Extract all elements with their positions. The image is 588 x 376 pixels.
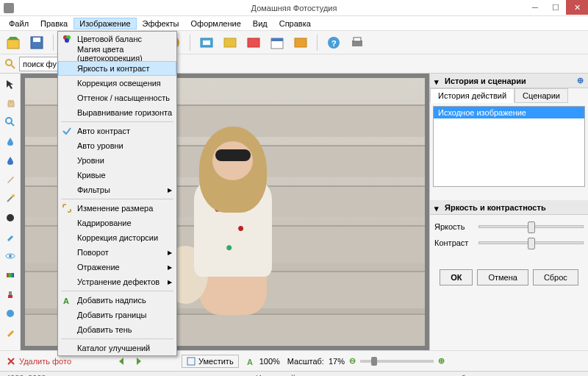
menu-item[interactable]: Отражение▶ (58, 260, 176, 274)
pencil-tool[interactable] (3, 325, 18, 340)
scale-label: Масштаб: (287, 357, 324, 366)
zoom-in-button[interactable]: ⊕ (438, 356, 445, 366)
zoom-100-label[interactable]: 100% (259, 357, 280, 366)
history-item[interactable]: Исходное изображение (434, 107, 584, 118)
zoom-tool[interactable] (3, 115, 18, 130)
яркость-slider[interactable] (478, 225, 584, 228)
pin-icon[interactable]: ⊕ (577, 76, 584, 85)
stamp-tool[interactable] (3, 287, 18, 302)
maximize-button[interactable]: ☐ (545, 0, 566, 15)
image-dimensions: 4000x2668 (6, 374, 256, 377)
image-menu-dropdown: Цветовой балансМагия цвета (цветокоррекц… (57, 31, 177, 356)
check-icon (61, 125, 73, 137)
submenu-arrow-icon: ▶ (168, 264, 172, 271)
eye-tool[interactable] (3, 249, 18, 263)
status-bar: 4000x2668 Используйте колесо прокрутки д… (0, 371, 588, 376)
help-icon[interactable]: ? (325, 34, 343, 52)
droplet-tool[interactable] (3, 134, 18, 149)
gradient-tool[interactable] (3, 268, 18, 283)
search-icon[interactable] (4, 58, 16, 70)
blur-tool[interactable] (3, 153, 18, 168)
darken-tool[interactable] (3, 210, 18, 225)
history-list[interactable]: Исходное изображение (433, 106, 585, 187)
wand-tool[interactable] (3, 191, 18, 206)
svg-rect-13 (248, 38, 259, 47)
svg-rect-31 (8, 295, 12, 298)
menu-item[interactable]: Добавить границы (58, 308, 176, 322)
svg-text:A: A (63, 297, 69, 305)
collapse-icon[interactable]: ▾ (434, 77, 442, 85)
history-panel-header[interactable]: ▾ История и сценарии ⊕ (430, 74, 588, 88)
svg-rect-20 (354, 38, 361, 41)
menu-item[interactable]: Оттенок / насыщенность (58, 91, 176, 105)
menu-item[interactable]: Кривые (58, 168, 176, 182)
next-photo-button[interactable] (132, 355, 145, 368)
slider-label: Яркость (434, 222, 478, 231)
left-toolbar (0, 74, 21, 350)
svg-rect-12 (224, 38, 236, 47)
menu-item[interactable]: Кадрирование (58, 216, 176, 230)
menu-item[interactable]: AДобавить надпись (58, 293, 176, 308)
menu-item[interactable]: Магия цвета (цветокоррекция) (58, 46, 176, 61)
menu-item[interactable]: Коррекция освещения (58, 76, 176, 91)
titlebar: Домашняя Фотостудия ─ ☐ ✕ (0, 0, 588, 16)
отмена-button[interactable]: Отмена (477, 269, 528, 285)
pointer-tool[interactable] (3, 77, 18, 91)
сброс-button[interactable]: Сброс (533, 269, 578, 285)
tab-1[interactable]: Сценарии (514, 88, 568, 103)
delete-photo-button[interactable]: Удалить фото (6, 356, 71, 366)
mask-icon[interactable] (245, 34, 262, 52)
menu-item[interactable]: Фильтры▶ (58, 182, 176, 197)
zoom-slider[interactable] (360, 360, 434, 363)
menu-item[interactable]: Поворот▶ (58, 245, 176, 260)
collapse-icon[interactable]: ▾ (434, 204, 442, 211)
menu-item[interactable]: Авто уровни (58, 138, 176, 153)
svg-rect-2 (33, 38, 40, 42)
save-icon[interactable] (28, 34, 46, 52)
text-icon: A (61, 294, 73, 306)
brightness-panel-header[interactable]: ▾ Яркость и контрастность (430, 200, 588, 215)
menu-item[interactable]: Коррекция дисторсии (58, 230, 176, 245)
submenu-arrow-icon: ▶ (168, 279, 172, 285)
fit-button[interactable]: Уместить (182, 355, 239, 368)
menu-item[interactable]: Каталог улучшений (58, 341, 176, 355)
tab-0[interactable]: История действий (430, 88, 514, 103)
minimize-button[interactable]: ─ (525, 0, 545, 15)
paint-tool[interactable] (3, 306, 18, 321)
collage-icon[interactable] (292, 34, 309, 52)
menu-item[interactable]: Авто контраст (58, 124, 176, 138)
menu-файл[interactable]: Файл (3, 18, 35, 29)
brush-tool[interactable] (3, 172, 18, 187)
frame2-icon[interactable] (221, 34, 239, 52)
svg-rect-38 (187, 358, 195, 365)
ок-button[interactable]: ОК (440, 269, 473, 285)
menu-эффекты[interactable]: Эффекты (137, 18, 185, 29)
close-button[interactable]: ✕ (566, 0, 588, 15)
frame-icon[interactable] (198, 34, 215, 52)
calendar-icon[interactable] (268, 34, 286, 52)
right-panel: ▾ История и сценарии ⊕ История действийС… (429, 74, 588, 350)
menu-правка[interactable]: Правка (35, 18, 74, 29)
menu-item[interactable]: Добавить тень (58, 322, 176, 337)
menu-item[interactable]: Цветовой баланс (58, 32, 176, 46)
app-icon (4, 3, 14, 13)
panel-title: История и сценарии (445, 77, 526, 85)
menu-вид[interactable]: Вид (247, 18, 273, 29)
prev-photo-button[interactable] (115, 355, 129, 368)
menu-item[interactable]: Устранение дефектов▶ (58, 274, 176, 289)
menu-справка[interactable]: Справка (273, 18, 317, 29)
menu-item[interactable]: Уровни (58, 153, 176, 168)
pen-tool[interactable] (3, 230, 18, 244)
контраст-slider[interactable] (478, 241, 584, 244)
open-file-icon[interactable] (4, 34, 22, 52)
menu-item[interactable]: Яркость и контраст (58, 61, 176, 76)
menu-оформление[interactable]: Оформление (185, 18, 247, 29)
hand-tool[interactable] (3, 96, 18, 110)
print-icon[interactable] (348, 34, 366, 52)
menu-item[interactable]: Выравнивание горизонта (58, 105, 176, 120)
fit-icon (187, 357, 196, 366)
svg-point-23 (6, 118, 12, 124)
menu-изображение[interactable]: Изображение (74, 18, 136, 29)
menu-item[interactable]: Изменение размера (58, 201, 176, 216)
zoom-out-button[interactable]: ⊖ (349, 356, 356, 366)
